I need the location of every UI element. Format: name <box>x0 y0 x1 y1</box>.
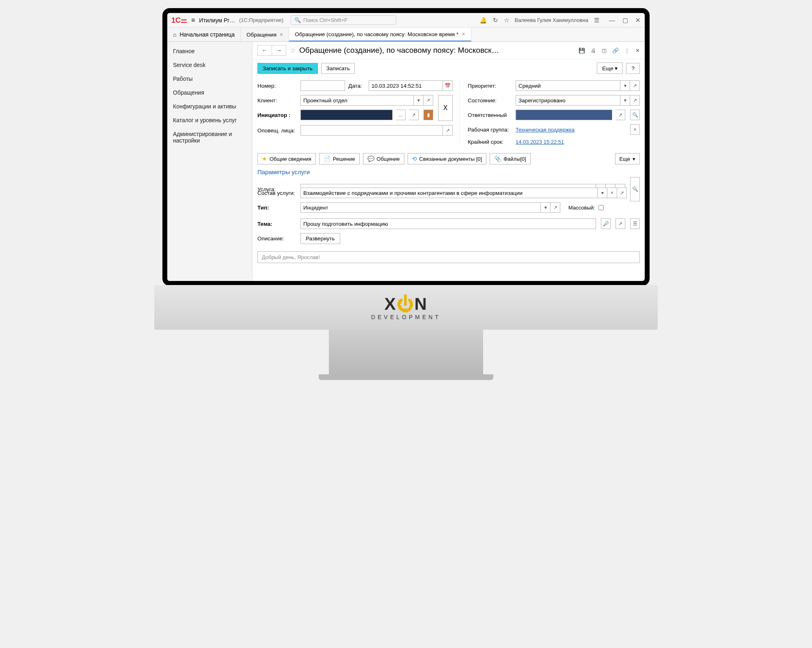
search-icon[interactable]: 🔍 <box>630 110 640 120</box>
list-icon[interactable]: ☰ <box>630 218 640 229</box>
state-input[interactable] <box>516 95 620 106</box>
search-icon[interactable]: 🔍 <box>630 177 640 201</box>
number-label: Номер: <box>257 83 297 89</box>
save-icon[interactable]: 💾 <box>579 48 585 54</box>
workgroup-label: Рабочая группа: <box>468 127 512 133</box>
priority-input[interactable] <box>516 80 620 91</box>
expand-button[interactable]: Развернуть <box>300 233 340 244</box>
monitor-stand: X⏻N DEVELOPMENT <box>154 285 658 330</box>
page-header: ← → ☆ Обращение (создание), по часовому … <box>253 42 645 59</box>
subtab-related[interactable]: ⟲Связанные документы [0] <box>408 153 487 164</box>
tab-requests[interactable]: Обращения × <box>241 28 289 41</box>
bell-icon[interactable]: 🔔 <box>479 17 487 24</box>
sidebar-item-works[interactable]: Работы <box>167 72 252 86</box>
clear-icon[interactable]: × <box>630 124 640 135</box>
open-icon[interactable]: ↗ <box>630 95 640 106</box>
subtab-files[interactable]: 📎Файлы[0] <box>490 153 531 164</box>
mass-checkbox[interactable] <box>598 205 604 210</box>
ellipsis-icon[interactable]: … <box>396 110 406 120</box>
home-icon: ⌂ <box>173 31 176 38</box>
save-button[interactable]: Записать <box>321 63 355 74</box>
nav-back-button[interactable]: ← <box>257 45 272 56</box>
number-input[interactable] <box>300 80 345 91</box>
deadline-link[interactable]: 14.03.2023 15:22:51 <box>516 139 564 145</box>
subtab-solution[interactable]: 📄Решение <box>319 153 360 164</box>
chevron-down-icon[interactable]: ▾ <box>620 95 630 106</box>
initiator-input[interactable] <box>300 110 393 120</box>
desc-label: Описание: <box>257 235 297 242</box>
close-icon[interactable]: × <box>280 31 283 38</box>
open-icon[interactable]: ↗ <box>409 110 419 120</box>
sidebar-item-requests[interactable]: Обращения <box>167 86 252 99</box>
sidebar-item-catalog[interactable]: Каталог и уровень услуг <box>167 113 252 127</box>
open-icon[interactable]: ↗ <box>443 125 453 136</box>
print-icon[interactable]: 🖨 <box>591 48 596 54</box>
open-icon[interactable]: ↗ <box>423 95 433 106</box>
type-input[interactable] <box>300 202 541 213</box>
settings-icon[interactable]: ☰ <box>594 17 599 24</box>
monitor-neck <box>329 330 483 374</box>
close-icon[interactable]: × <box>462 31 465 37</box>
nav-forward-button[interactable]: → <box>272 45 286 56</box>
open-icon[interactable]: ↗ <box>617 188 627 198</box>
report-icon[interactable]: ◫ <box>602 48 607 54</box>
chevron-down-icon[interactable]: ▾ <box>620 80 630 91</box>
description-preview[interactable]: Добрый день, Ярослав! <box>257 251 640 263</box>
user-name[interactable]: Валеева Гулия Хакимулловна <box>515 17 588 23</box>
tab-request-create[interactable]: Обращение (создание), по часовому поясу:… <box>289 28 471 41</box>
link-icon: ⟲ <box>412 156 417 162</box>
sidebar-item-main[interactable]: Главное <box>167 44 252 58</box>
help-button[interactable]: ? <box>626 63 640 74</box>
chevron-down-icon[interactable]: ▾ <box>598 188 607 198</box>
responsible-input[interactable] <box>516 110 612 120</box>
state-label: Состояние: <box>468 97 512 104</box>
close-icon[interactable]: ✕ <box>635 48 640 54</box>
more-icon[interactable]: ⋮ <box>624 48 630 54</box>
sidebar-item-servicedesk[interactable]: Service desk <box>167 58 252 72</box>
subtabs: ★Общие сведения 📄Решение 💬Общение ⟲Связа… <box>253 150 645 164</box>
clear-icon[interactable]: × <box>607 188 617 198</box>
chevron-down-icon[interactable]: ▾ <box>541 202 551 213</box>
tab-home[interactable]: ⌂ Начальная страница <box>167 28 241 41</box>
mass-label: Массовый: <box>568 205 595 211</box>
subtab-general[interactable]: ★Общие сведения <box>257 153 316 164</box>
more-button[interactable]: Еще ▾ <box>597 63 623 74</box>
open-icon[interactable]: ↗ <box>615 218 625 229</box>
favorite-star-icon[interactable]: ☆ <box>289 46 296 55</box>
workgroup-link[interactable]: Техническая поддержка <box>516 127 625 133</box>
pick-icon[interactable]: 🔎 <box>601 218 611 229</box>
type-label: Тип: <box>257 205 297 211</box>
topic-label: Тема: <box>257 221 297 227</box>
clear-button[interactable]: X <box>438 95 453 121</box>
component-input[interactable] <box>300 188 598 198</box>
notify-input[interactable] <box>300 125 443 136</box>
calendar-icon[interactable]: 📅 <box>443 80 453 91</box>
topic-input[interactable] <box>300 218 596 229</box>
link-icon[interactable]: 🔗 <box>612 48 619 54</box>
open-icon[interactable]: ↗ <box>615 110 625 120</box>
subtab-chat[interactable]: 💬Общение <box>363 153 404 164</box>
hamburger-icon[interactable]: ≡ <box>191 17 195 24</box>
minimize-icon[interactable]: — <box>609 17 615 24</box>
notify-label: Оповещ. лица: <box>257 127 297 134</box>
star-icon[interactable]: ☆ <box>504 17 509 24</box>
tab-home-label: Начальная страница <box>179 31 234 38</box>
responsible-label: Ответственный <box>468 112 512 118</box>
brand-sub: DEVELOPMENT <box>371 314 441 320</box>
subtab-more[interactable]: Еще ▾ <box>615 153 640 164</box>
date-input[interactable] <box>369 80 443 91</box>
monitor-base <box>319 374 493 380</box>
maximize-icon[interactable]: ▢ <box>622 17 628 24</box>
global-search[interactable]: 🔍 Поиск Ctrl+Shift+F <box>291 15 396 25</box>
save-close-button[interactable]: Записать и закрыть <box>257 63 318 74</box>
open-icon[interactable]: ↗ <box>630 80 640 91</box>
card-icon[interactable]: ▮ <box>423 110 433 120</box>
open-icon[interactable]: ↗ <box>551 202 560 213</box>
deadline-label: Крайний срок: <box>468 139 512 145</box>
sidebar-item-config[interactable]: Конфигурации и активы <box>167 99 252 113</box>
chevron-down-icon[interactable]: ▾ <box>414 95 423 106</box>
history-icon[interactable]: ↻ <box>493 17 498 24</box>
sidebar-item-admin[interactable]: Администрирование и настройки <box>167 127 252 147</box>
client-input[interactable] <box>300 95 414 106</box>
close-window-icon[interactable]: ✕ <box>635 17 641 24</box>
